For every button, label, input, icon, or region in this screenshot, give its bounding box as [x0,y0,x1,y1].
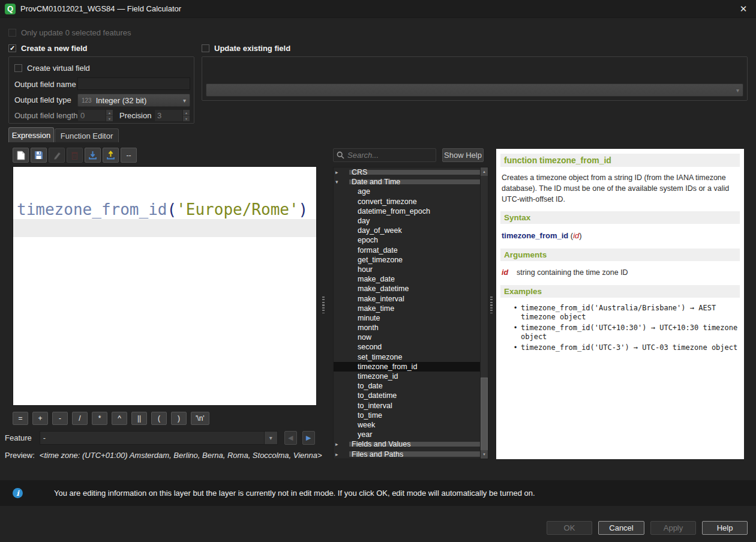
tree-item-to-interval[interactable]: to_interval [334,401,480,411]
tree-item-convert-timezone[interactable]: convert_timezone [334,197,480,206]
tree-scrollbar[interactable]: ▲ ▼ [480,167,488,459]
cancel-button[interactable]: Cancel [598,521,644,535]
tree-item-make-date[interactable]: make_date [334,274,480,284]
checkbox-box[interactable] [14,64,22,72]
show-help-button[interactable]: Show Help [442,148,484,162]
splitter-handle[interactable] [490,297,493,313]
scroll-down-icon[interactable]: ▼ [481,450,488,459]
delete-expression-button[interactable] [67,148,83,163]
ok-button[interactable]: OK [547,521,592,535]
checkbox-checked-box[interactable]: ✓ [8,44,16,52]
operator-button[interactable]: / [72,412,88,425]
feature-label: Feature [5,433,32,442]
operator-button[interactable]: * [92,412,107,425]
output-field-name-input[interactable] [77,77,190,90]
tree-row-label: make_date [358,275,395,283]
close-icon[interactable]: ✕ [737,2,750,16]
tree-group-date-and-time[interactable]: ▾Date and Time [334,177,480,187]
tree-item-get-timezone[interactable]: get_timezone [334,255,480,265]
spin-down-icon[interactable]: ▼ [106,116,113,121]
only-update-selected-checkbox[interactable]: Only update 0 selected features [8,28,131,37]
save-expression-button[interactable] [31,148,47,163]
create-new-field-checkbox[interactable]: ✓ Create a new field [8,44,88,53]
tree-item-datetime-from-epoch[interactable]: datetime_from_epoch [334,206,480,216]
apply-button[interactable]: Apply [650,521,696,535]
example-item: timezone_from_id('UTC+10:30') → UTC+10:3… [521,324,740,342]
tree-row-label: Files and Paths [352,450,403,459]
chevron-right-icon[interactable]: ▸ [335,169,343,175]
spin-down-icon[interactable]: ▼ [183,116,190,121]
info-icon: i [13,488,23,498]
tree-item-timezone-from-id[interactable]: timezone_from_id [334,362,480,372]
tab-expression[interactable]: Expression [8,127,54,142]
tree-group-files-and-paths[interactable]: ▸Files and Paths [334,449,480,459]
new-expression-button[interactable] [13,148,29,163]
tree-item-month[interactable]: month [334,323,480,333]
operator-button[interactable]: - [52,412,68,425]
tree-item-to-datetime[interactable]: to_datetime [334,391,480,400]
tree-item-timezone-id[interactable]: timezone_id [334,372,480,381]
tree-item-format-date[interactable]: format_date [334,245,480,255]
chevron-down-icon[interactable]: ▾ [264,432,277,444]
tree-item-week[interactable]: week [334,420,480,430]
expression-code-line[interactable]: timezone_from_id('Europe/Rome') [13,200,316,219]
tree-item-second[interactable]: second [334,342,480,352]
feature-dropdown[interactable]: - ▾ [40,431,278,445]
chevron-right-icon[interactable]: ▸ [335,441,343,447]
operator-button[interactable]: + [32,412,48,425]
tree-item-day[interactable]: day [334,216,480,226]
tab-function-editor[interactable]: Function Editor [55,128,119,142]
export-expression-button[interactable] [103,148,119,163]
syntax-signature: timezone_from_id (id) [500,226,740,246]
next-feature-button[interactable]: ▶ [302,431,315,445]
code-close-paren: ) [299,200,308,218]
scrollbar-thumb[interactable] [481,378,488,451]
search-input[interactable] [347,151,425,160]
operator-button[interactable]: ( [151,412,167,425]
new-file-icon [17,151,25,160]
scroll-up-icon[interactable]: ▲ [481,167,488,176]
tree-item-make-datetime[interactable]: make_datetime [334,284,480,294]
tree-item-hour[interactable]: hour [334,265,480,274]
operator-button[interactable]: '\n' [191,412,209,425]
checkbox-box[interactable] [202,44,209,52]
tree-item-year[interactable]: year [334,430,480,439]
tree-item-set-timezone[interactable]: set_timezone [334,352,480,362]
output-field-type-dropdown[interactable]: 123 Integer (32 bit) ▾ [77,94,190,107]
expression-editor[interactable]: timezone_from_id('Europe/Rome') [13,166,317,406]
update-existing-field-checkbox[interactable]: Update existing field [202,44,290,53]
import-expression-button[interactable] [85,148,101,163]
tree-item-now[interactable]: now [334,333,480,342]
tree-row-label: second [358,343,382,351]
tree-item-make-interval[interactable]: make_interval [334,294,480,303]
tree-item-make-time[interactable]: make_time [334,304,480,313]
tree-group-fields-and-values[interactable]: ▸Fields and Values [334,439,480,449]
operator-button[interactable]: = [13,412,28,425]
edit-expression-button[interactable] [49,148,65,163]
operator-button[interactable]: || [131,412,147,425]
tree-item-minute[interactable]: minute [334,313,480,323]
help-button[interactable]: Help [702,521,748,535]
precision-spinbox[interactable]: 3 ▲ ▼ [154,109,190,122]
chevron-down-icon[interactable]: ▾ [335,179,343,185]
existing-field-dropdown[interactable]: ▾ [206,83,743,97]
splitter-handle[interactable] [322,297,325,313]
output-field-length-spinbox[interactable]: 0 ▲ ▼ [77,109,113,122]
expression-help-button[interactable]: -- [121,148,137,163]
examples-list: timezone_from_id('Australia/Brisbane') →… [500,300,740,352]
tree-group-crs[interactable]: ▸CRS [334,167,480,177]
tree-item-to-date[interactable]: to_date [334,381,480,391]
tree-item-age[interactable]: age [334,187,480,196]
chevron-right-icon[interactable]: ▸ [335,451,343,457]
create-virtual-field-checkbox[interactable]: Create virtual field [14,64,90,73]
spin-up-icon[interactable]: ▲ [106,110,113,116]
checkbox-box[interactable] [8,29,16,37]
tree-item-epoch[interactable]: epoch [334,235,480,245]
tree-item-day-of-week[interactable]: day_of_week [334,226,480,235]
operator-button[interactable]: ^ [112,412,127,425]
previous-feature-button[interactable]: ◀ [284,431,297,445]
operator-button[interactable]: ) [171,412,187,425]
spin-up-icon[interactable]: ▲ [183,110,190,116]
function-search-box[interactable] [333,148,436,162]
tree-item-to-time[interactable]: to_time [334,411,480,420]
